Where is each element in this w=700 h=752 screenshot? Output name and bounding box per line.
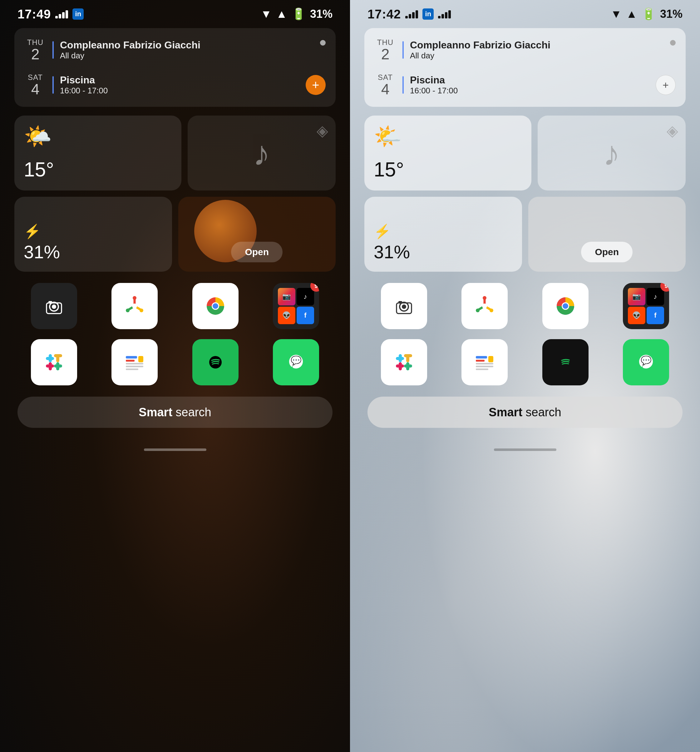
cal-info-2-light: Piscina 16:00 - 17:00 xyxy=(410,74,651,96)
svg-rect-63 xyxy=(476,366,493,367)
svg-rect-60 xyxy=(476,356,487,359)
smart-search-text-light: Smart search xyxy=(489,406,561,419)
svg-point-9 xyxy=(132,303,137,309)
photos-app-light[interactable] xyxy=(461,283,508,329)
home-indicator-dark xyxy=(14,440,336,459)
cal-event-2-light[interactable]: SAT 4 Piscina 16:00 - 17:00 + xyxy=(371,69,679,101)
svg-point-8 xyxy=(126,309,130,312)
camera-app-light[interactable] xyxy=(381,283,427,329)
photos-app-dark[interactable] xyxy=(112,283,158,329)
svg-rect-26 xyxy=(126,360,135,362)
smart-search-text-dark: Smart search xyxy=(139,406,211,419)
cal-divider-1-light xyxy=(402,41,404,59)
slack-app-dark[interactable] xyxy=(31,339,77,385)
battery-widget-light[interactable]: ⚡ 31% xyxy=(364,197,522,272)
svg-point-2 xyxy=(52,305,56,309)
smart-search-bold-dark: Smart xyxy=(139,406,172,419)
layers-widget-dark[interactable]: ◈ ♪ xyxy=(188,115,336,191)
folder-mini-reddit-dark: 👽 xyxy=(278,307,295,324)
cal-event-2-dark[interactable]: SAT 4 Piscina 16:00 - 17:00 + xyxy=(21,69,329,101)
open-widget-dark[interactable]: Open xyxy=(178,197,336,272)
status-right-light: ▼ ▲ 🔋 31% xyxy=(611,8,683,20)
svg-rect-27 xyxy=(126,363,143,364)
whatsapp-app-dark[interactable]: 💬 xyxy=(273,339,319,385)
wifi-icon-light: ▼ xyxy=(611,8,622,20)
home-bar-dark xyxy=(144,449,206,451)
weather-widget-dark[interactable]: 🌤️ 15° xyxy=(14,115,182,191)
svg-rect-64 xyxy=(476,368,488,370)
svg-point-44 xyxy=(476,309,480,312)
battery-pct-status-dark: 31% xyxy=(310,8,332,20)
slack-app-light[interactable] xyxy=(381,339,427,385)
cal-divider-2-light xyxy=(402,76,404,94)
folder-app-light[interactable]: 9 📷 ♪ 👽 f xyxy=(623,283,669,329)
widget-row1-dark: 🌤️ 15° ◈ ♪ xyxy=(14,115,336,191)
time-dark: 17:49 xyxy=(17,7,51,21)
cal-add-button-light[interactable]: + xyxy=(656,75,676,95)
folder-mini-tiktok-dark: ♪ xyxy=(296,288,314,305)
cal-title-1-dark: Compleanno Fabrizio Giacchi xyxy=(60,39,320,51)
folder-app-dark[interactable]: 9 📷 ♪ 👽 f xyxy=(273,283,319,329)
app-grid-dark: 9 📷 ♪ 👽 f xyxy=(14,283,336,385)
cal-date-2-light: SAT 4 xyxy=(374,73,396,97)
gnews-app-dark[interactable] xyxy=(112,339,158,385)
weather-temp-light: 15° xyxy=(374,158,522,181)
svg-point-45 xyxy=(482,303,487,309)
battery-pct-status-light: 31% xyxy=(660,8,683,20)
cal-info-1-dark: Compleanno Fabrizio Giacchi All day xyxy=(60,39,320,61)
weather-widget-light[interactable]: 🌤️ 15° xyxy=(364,115,531,191)
cal-event-1-light[interactable]: THU 2 Compleanno Fabrizio Giacchi All da… xyxy=(371,34,679,66)
cal-subtitle-2-light: 16:00 - 17:00 xyxy=(410,86,651,96)
folder-mini-instagram-light: 📷 xyxy=(628,288,646,305)
linkedin-icon-light: in xyxy=(422,8,434,20)
svg-rect-62 xyxy=(476,363,493,364)
layers-icon-dark: ◈ xyxy=(317,122,328,139)
gnews-app-light[interactable] xyxy=(461,339,508,385)
layers-widget-light[interactable]: ◈ ♪ xyxy=(538,115,686,191)
cal-date-1-light: THU 2 xyxy=(374,38,396,62)
wifi-icon-dark: ▼ xyxy=(261,8,272,20)
svg-point-67 xyxy=(559,356,572,368)
open-widget-light[interactable]: Open xyxy=(528,197,686,272)
cal-dayname-2-light: SAT xyxy=(378,73,393,82)
status-right-dark: ▼ ▲ 🔋 31% xyxy=(261,8,332,20)
svg-point-38 xyxy=(402,305,406,309)
svg-point-42 xyxy=(483,296,486,300)
svg-rect-25 xyxy=(126,356,137,359)
dark-phone: 17:49 in ▼ ▲ 🔋 31% THU xyxy=(0,0,350,752)
smart-search-dark[interactable]: Smart search xyxy=(17,396,332,428)
cal-dayname-2-dark: SAT xyxy=(28,73,43,82)
battery-widget-dark[interactable]: ⚡ 31% xyxy=(14,197,172,272)
cal-daynum-1-dark: 2 xyxy=(31,47,40,62)
signal-icon-dark xyxy=(55,10,68,19)
svg-point-43 xyxy=(490,309,493,312)
cal-daynum-2-light: 4 xyxy=(381,82,390,97)
smart-search-bold-light: Smart xyxy=(489,406,522,419)
cell-icon-dark: ▲ xyxy=(276,8,287,20)
signal-icon-light xyxy=(405,10,418,19)
widget-row2-dark: ⚡ 31% Open xyxy=(14,197,336,272)
cal-event-1-dark[interactable]: THU 2 Compleanno Fabrizio Giacchi All da… xyxy=(21,34,329,66)
svg-rect-28 xyxy=(126,366,143,367)
calendar-widget-light[interactable]: THU 2 Compleanno Fabrizio Giacchi All da… xyxy=(364,28,686,107)
svg-rect-61 xyxy=(476,360,484,362)
cal-title-1-light: Compleanno Fabrizio Giacchi xyxy=(410,39,670,51)
open-button-dark[interactable]: Open xyxy=(231,242,282,262)
calendar-widget-dark[interactable]: THU 2 Compleanno Fabrizio Giacchi All da… xyxy=(14,28,336,107)
widget-row2-light: ⚡ 31% Open xyxy=(364,197,686,272)
cal-add-button-dark[interactable]: + xyxy=(306,75,326,95)
smart-search-light[interactable]: Smart search xyxy=(368,396,683,428)
spotify-app-dark[interactable] xyxy=(192,339,239,385)
chrome-app-light[interactable] xyxy=(542,283,588,329)
svg-point-14 xyxy=(213,303,218,309)
spotify-app-light[interactable] xyxy=(542,339,588,385)
open-button-light[interactable]: Open xyxy=(581,242,633,262)
svg-rect-56 xyxy=(406,354,409,362)
chrome-app-dark[interactable] xyxy=(192,283,239,329)
camera-app-dark[interactable] xyxy=(31,283,77,329)
cal-date-2-dark: SAT 4 xyxy=(24,73,46,97)
svg-rect-15 xyxy=(42,350,67,375)
status-left-dark: 17:49 in xyxy=(17,7,84,21)
svg-rect-19 xyxy=(54,364,62,368)
whatsapp-app-light[interactable]: 💬 xyxy=(623,339,669,385)
